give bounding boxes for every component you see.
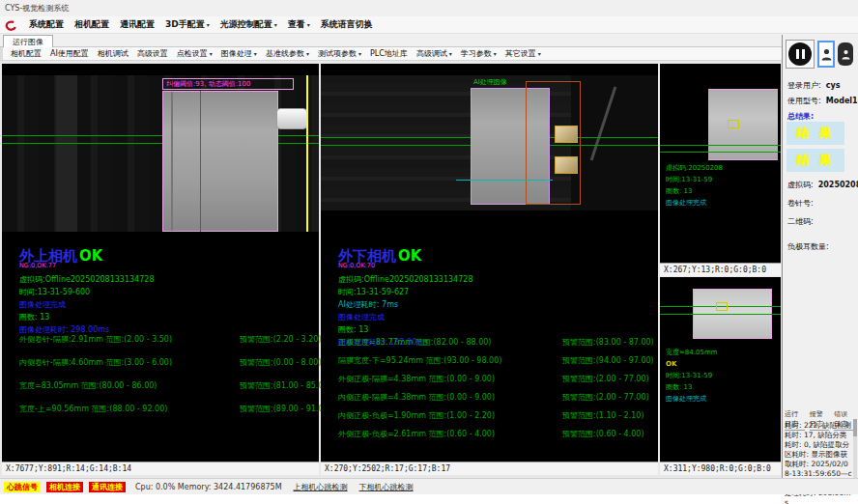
toolbar-camera-debug[interactable]: 相机调试 — [98, 48, 129, 59]
toolbar-advanced-debug[interactable]: 高级调试▾ — [416, 48, 452, 59]
camera-result-title: 外下相机OK — [338, 249, 472, 263]
process-done-line: 图像处理完成 — [338, 311, 472, 323]
menu-item-comm-config[interactable]: 通讯配置 — [120, 18, 155, 31]
menu-item-language-switch[interactable]: 系统语言切换 — [321, 18, 373, 31]
menu-bar: 系统配置 相机配置 通讯配置 3D手配置▾ 光源控制配置▾ 查看▾ 系统语言切换 — [0, 16, 858, 34]
operator-button[interactable] — [838, 42, 853, 66]
login-user-value: cys — [826, 81, 841, 90]
tab-highlight-box — [728, 120, 739, 128]
status-bar: 心跳信号 相机连接 通讯连接 Cpu: 0.0% Memory: 3424.41… — [0, 478, 858, 494]
result-lines: 宽度=84.05mm OK 时间:13-31-59 圈数: 13 图像处理完成 — [666, 347, 718, 405]
camera-connection-badge: 相机连接 — [46, 482, 83, 492]
measurement-row: 外侧卷针-隔膜:2.91mm 范围:(2.00 - 3.50)预警范围:(2.2… — [19, 334, 331, 345]
time-line: 时间:13-31-59 — [666, 174, 723, 185]
model-value: Model1 — [826, 97, 858, 105]
menu-item-light-config[interactable]: 光源控制配置▾ — [220, 18, 277, 31]
toolbar-camera-config[interactable]: 相机配置 — [11, 48, 42, 59]
pause-button[interactable] — [786, 40, 815, 69]
toolbar-baseline-params[interactable]: 基准线参数▾ — [266, 48, 309, 59]
toolbar-image-processing[interactable]: 图像处理▾ — [221, 48, 257, 59]
measurement-row: 宽度-上=90.56mm 范围:(88.00 - 92.00)预警范围:(89.… — [19, 404, 331, 414]
status-ok: OK — [398, 247, 421, 265]
menu-item-system-config[interactable]: 系统配置 — [29, 18, 64, 31]
right-sidebar: 登录用户:cys 使用型号:Model1 总结果: 结 果 结 果 虚拟码:20… — [782, 35, 858, 494]
camera-image-inner-upper[interactable] — [708, 89, 778, 160]
chevron-down-icon: ▾ — [210, 50, 213, 57]
status-ok: OK — [79, 247, 102, 265]
menu-item-camera-config[interactable]: 相机配置 — [74, 18, 109, 31]
pixel-coords-readout: X:7677;Y:891;R:14;G:14;B:14 — [2, 462, 319, 475]
user-icon — [842, 49, 850, 60]
edge-marker-line — [306, 75, 308, 232]
toolbar-learning-params[interactable]: 学习参数▾ — [461, 48, 497, 59]
user-icon — [821, 48, 832, 61]
cell-region-box — [162, 91, 278, 232]
pixel-coords-readout: X:311;Y:980;R:0;G:0;B:0 — [660, 462, 781, 475]
width-line: 宽度=84.05mm — [666, 347, 718, 358]
log-scrollbar[interactable] — [853, 419, 857, 481]
measurement-row: 内侧正极-负极=1.90mm 范围:(1.00 - 2.20)预警范围:(1.1… — [338, 410, 654, 421]
chevron-down-icon: ▾ — [449, 50, 452, 57]
toolbar-advanced-settings[interactable]: 高级设置 — [137, 48, 168, 59]
lower-camera-heartbeat-link[interactable]: 下相机心跳检测 — [359, 482, 414, 492]
camera-image-outer-upper[interactable]: 纠偏阈值:93, 动态阈值:100 — [2, 75, 319, 232]
chevron-down-icon: ▾ — [274, 21, 277, 28]
result-lines: 虚拟码:20250208 时间:13-31-59 圈数: 13 图像处理完成 — [666, 162, 723, 209]
total-result-label: 总结果: — [787, 111, 814, 122]
measurement-row: 外侧正极-隔膜=4.38mm 范围:(0.00 - 9.00)预警范围:(2.0… — [338, 374, 654, 384]
chevron-down-icon: ▾ — [494, 50, 497, 57]
tab-run-image[interactable]: 运行图像 — [3, 35, 53, 47]
toolbar-test-params[interactable]: 测试项参数▾ — [318, 48, 361, 59]
camera-view-inner-upper: 虚拟码:20250208 时间:13-31-59 圈数: 13 图像处理完成 X… — [660, 64, 781, 276]
image-texture — [56, 75, 77, 232]
measurement-rows: 外侧卷针-隔膜:2.91mm 范围:(2.00 - 3.50)预警范围:(2.2… — [19, 334, 331, 414]
pause-icon — [788, 42, 812, 66]
virtual-code-value: 20250208 — [818, 181, 858, 189]
measure-line — [660, 314, 781, 315]
negative-tab-count-field: 负极耳数量: — [787, 241, 829, 252]
menu-item-view[interactable]: 查看▾ — [288, 18, 310, 31]
turns-line: 圈数: 13 — [19, 311, 154, 323]
measure-line — [660, 145, 781, 146]
camera-image-outer-lower[interactable]: AI处理图像 — [321, 75, 658, 210]
app-logo-icon — [4, 18, 18, 31]
camera-result-title: 外上相机OK — [19, 249, 154, 263]
measurement-row: 外侧正极-负极=2.61mm 范围:(0.60 - 4.00)预警范围:(0.6… — [338, 429, 654, 439]
pixel-coords-readout: X:270;Y:2502;R:17;G:17;B:17 — [321, 462, 658, 475]
time-line: 时间:13-31-59-600 — [19, 286, 154, 298]
process-done-line: 图像处理完成 — [19, 298, 154, 311]
virtual-code-field: 虚拟码:20250208 — [787, 180, 858, 190]
measure-line — [660, 152, 781, 153]
toolbar-plc-address[interactable]: PLC地址库 — [370, 48, 408, 59]
heartbeat-status-badge: 心跳信号 — [4, 482, 41, 492]
login-user-field: 登录用户:cys — [787, 80, 840, 91]
process-done-line: 图像处理完成 — [666, 197, 723, 209]
result-indicator-2: 结 果 — [786, 149, 844, 172]
sidebar-buttons — [786, 40, 858, 69]
qr-code-field: 二维码: — [787, 216, 814, 227]
measurement-row: 正极宽度=83.77mm 范围:(82.00 - 88.00)预警范围:(83.… — [338, 337, 654, 348]
threshold-overlay-label: 纠偏阈值:93, 动态阈值:100 — [162, 78, 294, 90]
chevron-down-icon: ▾ — [538, 50, 541, 57]
toolbar-other-settings[interactable]: 其它设置▾ — [505, 48, 541, 59]
needle-number-field: 卷针号: — [787, 198, 814, 209]
upper-camera-heartbeat-link[interactable]: 上相机心跳检测 — [294, 482, 348, 492]
time-line: 时间:13-31-59 — [666, 370, 718, 381]
measurement-row: 隔膜宽度-下=95.24mm 范围:(93.00 - 98.00)预警范围:(9… — [338, 355, 654, 366]
tab-strip: 运行图像 — [0, 34, 858, 47]
roller-object — [276, 108, 307, 129]
measure-line-vertical — [200, 91, 201, 232]
virtual-code-line: 虚拟码:20250208 — [666, 162, 723, 174]
chevron-down-icon: ▾ — [254, 50, 257, 57]
turns-line: 圈数: 13 — [338, 323, 472, 336]
user-button[interactable] — [817, 41, 835, 68]
toolbar-ai-config[interactable]: AI使用配置 — [50, 48, 89, 59]
time-line: 时间:13-31-59-627 — [338, 286, 472, 298]
tab-highlight-box — [716, 302, 728, 311]
chevron-down-icon: ▾ — [207, 21, 210, 28]
measurement-row: 内侧正极-隔膜=4.38mm 范围:(0.00 - 9.00)预警范围:(2.0… — [338, 392, 654, 403]
virtual-code-line: 虚拟码:Offline20250208133134728 — [19, 273, 154, 286]
menu-item-3d-config[interactable]: 3D手配置▾ — [165, 18, 210, 31]
toolbar-spotcheck-settings[interactable]: 点检设置▾ — [177, 48, 213, 59]
comm-connection-badge: 通讯连接 — [89, 482, 126, 492]
